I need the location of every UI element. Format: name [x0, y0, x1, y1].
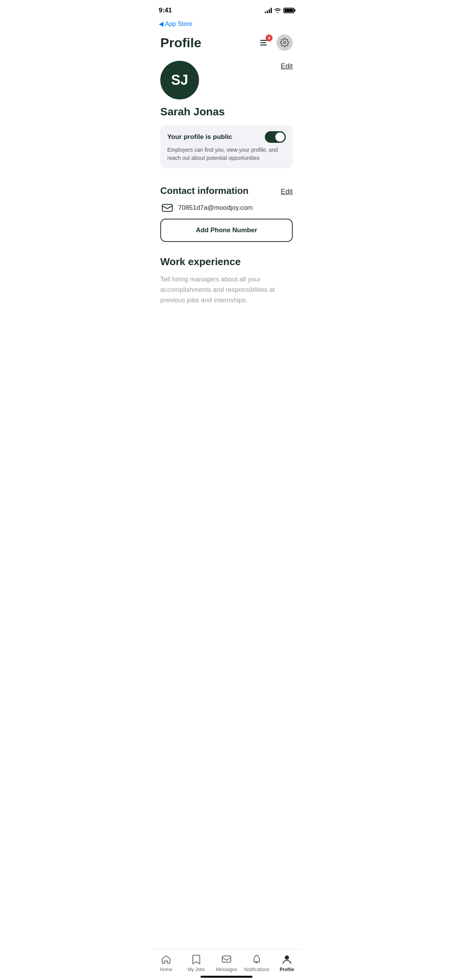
svg-rect-6 [162, 204, 172, 211]
header-icons: 4 [258, 34, 293, 51]
email-address: 70851d7a@moodjoy.com [178, 204, 253, 212]
svg-point-3 [261, 40, 262, 41]
work-experience-description: Tell hiring managers about all your acco… [160, 274, 293, 306]
profile-edit-button[interactable]: Edit [281, 61, 293, 70]
add-phone-button[interactable]: Add Phone Number [160, 219, 293, 242]
contact-edit-button[interactable]: Edit [281, 186, 293, 196]
wifi-icon [274, 8, 281, 13]
settings-button[interactable] [276, 34, 293, 51]
app-store-back[interactable]: ◀ App Store [151, 19, 302, 31]
status-icons [265, 8, 294, 13]
public-profile-card: Your profile is public Employers can fin… [160, 125, 293, 168]
svg-rect-2 [261, 45, 267, 46]
page-header: Profile 4 [151, 31, 302, 57]
notifications-button[interactable]: 4 [258, 36, 271, 49]
profile-name: Sarah Jonas [160, 106, 293, 118]
svg-point-4 [261, 42, 262, 43]
status-time: 9:41 [159, 7, 172, 14]
public-profile-label: Your profile is public [167, 133, 232, 141]
email-icon [162, 204, 173, 212]
profile-header: SJ Edit [160, 61, 293, 99]
email-row: 70851d7a@moodjoy.com [160, 204, 293, 212]
public-profile-row: Your profile is public [167, 131, 286, 143]
toggle-knob [275, 132, 285, 142]
notification-badge: 4 [266, 34, 273, 41]
public-profile-toggle[interactable] [265, 131, 286, 143]
contact-section: Contact information Edit 70851d7a@moodjo… [151, 176, 302, 245]
work-experience-title: Work experience [160, 256, 293, 268]
contact-section-header: Contact information Edit [160, 185, 293, 196]
avatar: SJ [160, 61, 199, 99]
back-arrow-icon: ◀ [159, 20, 163, 27]
svg-point-5 [261, 45, 262, 46]
status-bar: 9:41 [151, 0, 302, 19]
battery-icon [283, 8, 294, 13]
public-profile-description: Employers can find you, view your profil… [167, 146, 286, 162]
work-experience-section: Work experience Tell hiring managers abo… [151, 245, 302, 314]
signal-bars-icon [265, 8, 272, 13]
app-store-label: App Store [165, 21, 192, 27]
page-title: Profile [160, 35, 201, 50]
profile-section: SJ Edit Sarah Jonas Your profile is publ… [151, 57, 302, 176]
contact-section-title: Contact information [160, 185, 249, 196]
gear-icon [280, 38, 289, 47]
svg-rect-1 [261, 42, 266, 43]
